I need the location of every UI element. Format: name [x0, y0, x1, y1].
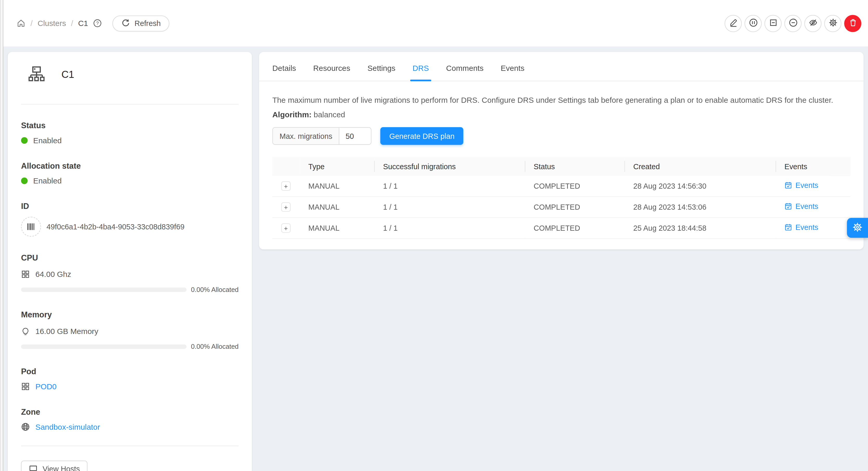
content-area: C1 Status Enabled Allocation state Enabl… [0, 46, 868, 471]
expand-row-button[interactable]: + [281, 202, 290, 212]
cell-migrations: 1 / 1 [374, 217, 525, 238]
row-events-link[interactable]: Events [784, 223, 818, 232]
zone-link[interactable]: Sandbox-simulator [35, 423, 100, 431]
expand-row-button[interactable]: + [281, 224, 290, 233]
cell-type: MANUAL [300, 217, 374, 238]
drs-description: The maximum number of live migrations to… [272, 95, 850, 106]
row-events-label: Events [796, 181, 818, 190]
calendar-check-icon [784, 224, 792, 231]
resource-header: C1 [21, 65, 239, 85]
tab-details[interactable]: Details [272, 52, 296, 81]
cpu-progress: 0.00% Allocated [21, 286, 239, 294]
pod-link[interactable]: POD0 [35, 382, 56, 391]
cpu-value: 64.00 Ghz [35, 270, 71, 279]
divider [21, 445, 239, 446]
column-header-events: Events [776, 157, 850, 176]
drs-plan-table: Type Successful migrations Status Create… [272, 157, 850, 239]
table-row: + MANUAL 1 / 1 COMPLETED 28 Aug 2023 14:… [272, 176, 850, 197]
disable-cluster-button[interactable] [784, 14, 802, 32]
breadcrumb-clusters[interactable]: Clusters [38, 19, 66, 28]
cpu-allocated-label: 0.00% Allocated [191, 286, 239, 294]
column-header-status: Status [525, 157, 625, 176]
reload-icon [121, 19, 130, 28]
cell-status: COMPLETED [525, 217, 625, 238]
memory-progress: 0.00% Allocated [21, 343, 239, 350]
edit-icon [729, 18, 738, 28]
cpu-progress-track [21, 288, 187, 292]
view-hosts-label: View Hosts [42, 465, 80, 471]
id-value: 49f0c6a1-4b2b-4ba4-9053-33c08d839f69 [46, 223, 184, 231]
cell-migrations: 1 / 1 [374, 176, 525, 197]
breadcrumb: / Clusters / C1 ? Refresh [17, 15, 169, 31]
cell-created: 25 Aug 2023 18:44:58 [624, 217, 776, 238]
allocation-state-value: Enabled [33, 176, 62, 185]
minus-square-icon [769, 18, 777, 28]
algorithm-label: Algorithm: [272, 110, 311, 119]
pod-label: Pod [21, 367, 239, 376]
row-events-link[interactable]: Events [784, 202, 818, 210]
table-header-row: Type Successful migrations Status Create… [272, 157, 850, 176]
allocation-state-label: Allocation state [21, 161, 239, 170]
floating-settings-button[interactable] [847, 218, 868, 238]
allocation-state-dot [21, 177, 28, 184]
calendar-check-icon [784, 181, 792, 189]
algorithm-line: Algorithm: balanced [272, 110, 850, 119]
zone-field: Zone Sandbox-simulator [21, 407, 239, 431]
tab-comments[interactable]: Comments [446, 52, 484, 81]
tab-settings[interactable]: Settings [367, 52, 396, 81]
table-row: + MANUAL 1 / 1 COMPLETED 28 Aug 2023 14:… [272, 196, 850, 217]
refresh-button[interactable]: Refresh [113, 15, 169, 31]
monitor-icon [29, 465, 38, 471]
max-migrations-label: Max. migrations [273, 128, 339, 144]
divider [21, 104, 239, 105]
pause-cluster-button[interactable] [745, 14, 762, 32]
tab-drs[interactable]: DRS [412, 52, 429, 81]
cpu-label: CPU [21, 253, 239, 262]
tab-resources[interactable]: Resources [313, 52, 350, 81]
cell-created: 28 Aug 2023 14:56:30 [624, 176, 776, 197]
memory-field: Memory 16.00 GB Memory 0.00% Allocated [21, 310, 239, 350]
column-header-created: Created [624, 157, 776, 176]
view-hosts-button[interactable]: View Hosts [21, 461, 88, 471]
cluster-icon [28, 65, 45, 85]
max-migrations-input[interactable] [340, 128, 371, 144]
edit-button[interactable] [724, 14, 742, 32]
allocation-state-field: Allocation state Enabled [21, 161, 239, 185]
expand-row-button[interactable]: + [281, 181, 290, 191]
tab-bar: Details Resources Settings DRS Comments … [259, 52, 864, 81]
memory-progress-track [21, 344, 187, 349]
svg-text:?: ? [96, 21, 99, 26]
bulb-icon [21, 327, 30, 336]
row-events-label: Events [796, 202, 818, 210]
configure-button[interactable] [824, 14, 841, 32]
row-events-label: Events [796, 223, 818, 232]
cell-created: 28 Aug 2023 14:53:06 [624, 196, 776, 217]
column-header-migrations: Successful migrations [374, 157, 525, 176]
cell-status: COMPLETED [525, 196, 625, 217]
outofband-button[interactable] [804, 14, 822, 32]
table-row: + MANUAL 1 / 1 COMPLETED 25 Aug 2023 18:… [272, 217, 850, 238]
page: / Clusters / C1 ? Refresh [0, 0, 868, 471]
header-actions [724, 14, 861, 32]
breadcrumb-separator: / [30, 19, 32, 28]
home-icon[interactable] [17, 19, 26, 28]
cell-migrations: 1 / 1 [374, 196, 525, 217]
id-label: ID [21, 202, 239, 211]
tab-events[interactable]: Events [501, 52, 524, 81]
cpu-field: CPU 64.00 Ghz 0.00% Allocated [21, 253, 239, 294]
pause-circle-icon [749, 18, 757, 28]
calendar-check-icon [784, 202, 792, 210]
appstore-icon [21, 382, 30, 391]
question-circle-icon[interactable]: ? [93, 19, 102, 28]
minus-circle-icon [788, 18, 797, 28]
status-field: Status Enabled [21, 121, 239, 145]
unmanage-cluster-button[interactable] [764, 14, 781, 32]
resource-title: C1 [62, 69, 74, 81]
delete-cluster-button[interactable] [844, 14, 861, 32]
generate-drs-plan-button[interactable]: Generate DRS plan [380, 127, 463, 145]
row-events-link[interactable]: Events [784, 181, 818, 190]
top-header: / Clusters / C1 ? Refresh [0, 0, 868, 46]
zone-label: Zone [21, 407, 239, 416]
column-header-type: Type [300, 157, 374, 176]
resource-info-card: C1 Status Enabled Allocation state Enabl… [8, 52, 252, 471]
